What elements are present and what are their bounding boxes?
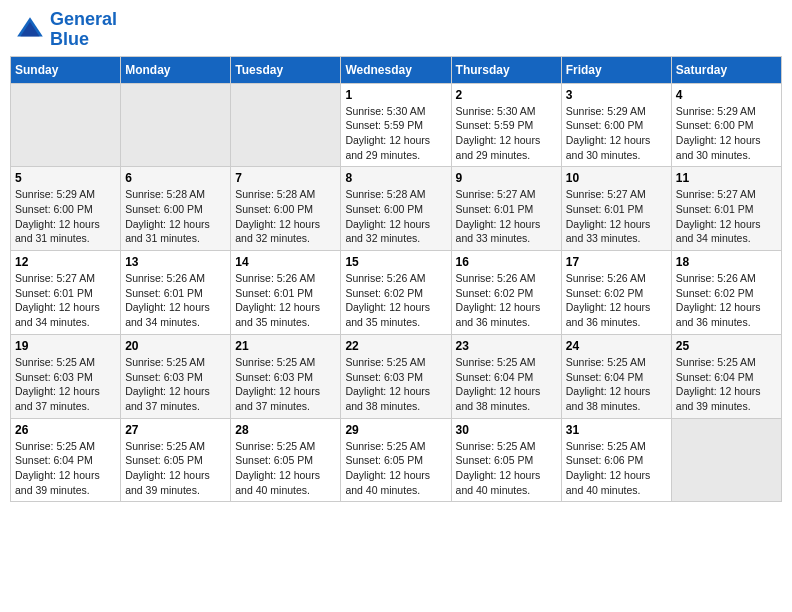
day-cell: 14Sunrise: 5:26 AMSunset: 6:01 PMDayligh…	[231, 251, 341, 335]
day-info: Sunrise: 5:29 AMSunset: 6:00 PMDaylight:…	[566, 104, 667, 163]
day-cell: 9Sunrise: 5:27 AMSunset: 6:01 PMDaylight…	[451, 167, 561, 251]
day-number: 13	[125, 255, 226, 269]
day-number: 21	[235, 339, 336, 353]
day-info: Sunrise: 5:26 AMSunset: 6:02 PMDaylight:…	[566, 271, 667, 330]
day-number: 28	[235, 423, 336, 437]
day-info: Sunrise: 5:29 AMSunset: 6:00 PMDaylight:…	[15, 187, 116, 246]
day-info: Sunrise: 5:25 AMSunset: 6:04 PMDaylight:…	[676, 355, 777, 414]
day-number: 5	[15, 171, 116, 185]
day-info: Sunrise: 5:27 AMSunset: 6:01 PMDaylight:…	[676, 187, 777, 246]
day-cell: 17Sunrise: 5:26 AMSunset: 6:02 PMDayligh…	[561, 251, 671, 335]
day-number: 17	[566, 255, 667, 269]
day-number: 31	[566, 423, 667, 437]
week-row-2: 5Sunrise: 5:29 AMSunset: 6:00 PMDaylight…	[11, 167, 782, 251]
day-info: Sunrise: 5:25 AMSunset: 6:03 PMDaylight:…	[15, 355, 116, 414]
week-row-4: 19Sunrise: 5:25 AMSunset: 6:03 PMDayligh…	[11, 334, 782, 418]
day-info: Sunrise: 5:25 AMSunset: 6:03 PMDaylight:…	[125, 355, 226, 414]
day-number: 15	[345, 255, 446, 269]
day-cell: 28Sunrise: 5:25 AMSunset: 6:05 PMDayligh…	[231, 418, 341, 502]
day-number: 20	[125, 339, 226, 353]
day-cell: 6Sunrise: 5:28 AMSunset: 6:00 PMDaylight…	[121, 167, 231, 251]
col-header-thursday: Thursday	[451, 56, 561, 83]
day-number: 25	[676, 339, 777, 353]
day-cell: 5Sunrise: 5:29 AMSunset: 6:00 PMDaylight…	[11, 167, 121, 251]
day-cell: 1Sunrise: 5:30 AMSunset: 5:59 PMDaylight…	[341, 83, 451, 167]
day-info: Sunrise: 5:28 AMSunset: 6:00 PMDaylight:…	[235, 187, 336, 246]
col-header-friday: Friday	[561, 56, 671, 83]
day-info: Sunrise: 5:27 AMSunset: 6:01 PMDaylight:…	[566, 187, 667, 246]
day-number: 27	[125, 423, 226, 437]
day-number: 30	[456, 423, 557, 437]
day-cell: 15Sunrise: 5:26 AMSunset: 6:02 PMDayligh…	[341, 251, 451, 335]
day-number: 24	[566, 339, 667, 353]
col-header-tuesday: Tuesday	[231, 56, 341, 83]
day-number: 19	[15, 339, 116, 353]
page-header: General Blue	[10, 10, 782, 50]
day-cell	[11, 83, 121, 167]
week-row-3: 12Sunrise: 5:27 AMSunset: 6:01 PMDayligh…	[11, 251, 782, 335]
day-info: Sunrise: 5:25 AMSunset: 6:05 PMDaylight:…	[456, 439, 557, 498]
day-info: Sunrise: 5:25 AMSunset: 6:04 PMDaylight:…	[15, 439, 116, 498]
day-number: 23	[456, 339, 557, 353]
day-number: 29	[345, 423, 446, 437]
day-cell: 11Sunrise: 5:27 AMSunset: 6:01 PMDayligh…	[671, 167, 781, 251]
day-cell: 20Sunrise: 5:25 AMSunset: 6:03 PMDayligh…	[121, 334, 231, 418]
day-cell: 27Sunrise: 5:25 AMSunset: 6:05 PMDayligh…	[121, 418, 231, 502]
day-number: 18	[676, 255, 777, 269]
day-cell: 4Sunrise: 5:29 AMSunset: 6:00 PMDaylight…	[671, 83, 781, 167]
day-info: Sunrise: 5:27 AMSunset: 6:01 PMDaylight:…	[456, 187, 557, 246]
day-info: Sunrise: 5:26 AMSunset: 6:01 PMDaylight:…	[235, 271, 336, 330]
day-number: 3	[566, 88, 667, 102]
day-number: 16	[456, 255, 557, 269]
day-cell: 30Sunrise: 5:25 AMSunset: 6:05 PMDayligh…	[451, 418, 561, 502]
day-cell: 22Sunrise: 5:25 AMSunset: 6:03 PMDayligh…	[341, 334, 451, 418]
day-info: Sunrise: 5:25 AMSunset: 6:05 PMDaylight:…	[125, 439, 226, 498]
day-number: 6	[125, 171, 226, 185]
week-row-1: 1Sunrise: 5:30 AMSunset: 5:59 PMDaylight…	[11, 83, 782, 167]
day-cell: 26Sunrise: 5:25 AMSunset: 6:04 PMDayligh…	[11, 418, 121, 502]
day-cell	[121, 83, 231, 167]
day-number: 10	[566, 171, 667, 185]
day-cell: 2Sunrise: 5:30 AMSunset: 5:59 PMDaylight…	[451, 83, 561, 167]
day-cell: 29Sunrise: 5:25 AMSunset: 6:05 PMDayligh…	[341, 418, 451, 502]
logo-text: General Blue	[50, 10, 117, 50]
day-cell: 3Sunrise: 5:29 AMSunset: 6:00 PMDaylight…	[561, 83, 671, 167]
col-header-wednesday: Wednesday	[341, 56, 451, 83]
day-info: Sunrise: 5:25 AMSunset: 6:06 PMDaylight:…	[566, 439, 667, 498]
day-number: 11	[676, 171, 777, 185]
day-info: Sunrise: 5:26 AMSunset: 6:02 PMDaylight:…	[456, 271, 557, 330]
day-info: Sunrise: 5:26 AMSunset: 6:02 PMDaylight:…	[676, 271, 777, 330]
day-info: Sunrise: 5:25 AMSunset: 6:05 PMDaylight:…	[345, 439, 446, 498]
day-cell: 19Sunrise: 5:25 AMSunset: 6:03 PMDayligh…	[11, 334, 121, 418]
day-cell	[231, 83, 341, 167]
day-info: Sunrise: 5:25 AMSunset: 6:04 PMDaylight:…	[566, 355, 667, 414]
day-info: Sunrise: 5:25 AMSunset: 6:04 PMDaylight:…	[456, 355, 557, 414]
day-cell	[671, 418, 781, 502]
day-cell: 7Sunrise: 5:28 AMSunset: 6:00 PMDaylight…	[231, 167, 341, 251]
col-header-monday: Monday	[121, 56, 231, 83]
day-info: Sunrise: 5:25 AMSunset: 6:03 PMDaylight:…	[345, 355, 446, 414]
day-number: 8	[345, 171, 446, 185]
day-info: Sunrise: 5:27 AMSunset: 6:01 PMDaylight:…	[15, 271, 116, 330]
day-info: Sunrise: 5:30 AMSunset: 5:59 PMDaylight:…	[456, 104, 557, 163]
day-cell: 13Sunrise: 5:26 AMSunset: 6:01 PMDayligh…	[121, 251, 231, 335]
day-cell: 21Sunrise: 5:25 AMSunset: 6:03 PMDayligh…	[231, 334, 341, 418]
day-info: Sunrise: 5:29 AMSunset: 6:00 PMDaylight:…	[676, 104, 777, 163]
day-number: 22	[345, 339, 446, 353]
day-cell: 25Sunrise: 5:25 AMSunset: 6:04 PMDayligh…	[671, 334, 781, 418]
day-cell: 31Sunrise: 5:25 AMSunset: 6:06 PMDayligh…	[561, 418, 671, 502]
day-info: Sunrise: 5:26 AMSunset: 6:01 PMDaylight:…	[125, 271, 226, 330]
day-info: Sunrise: 5:25 AMSunset: 6:05 PMDaylight:…	[235, 439, 336, 498]
day-info: Sunrise: 5:25 AMSunset: 6:03 PMDaylight:…	[235, 355, 336, 414]
day-number: 7	[235, 171, 336, 185]
day-cell: 12Sunrise: 5:27 AMSunset: 6:01 PMDayligh…	[11, 251, 121, 335]
logo-icon	[14, 14, 46, 46]
day-number: 1	[345, 88, 446, 102]
day-cell: 23Sunrise: 5:25 AMSunset: 6:04 PMDayligh…	[451, 334, 561, 418]
day-number: 2	[456, 88, 557, 102]
week-row-5: 26Sunrise: 5:25 AMSunset: 6:04 PMDayligh…	[11, 418, 782, 502]
day-cell: 16Sunrise: 5:26 AMSunset: 6:02 PMDayligh…	[451, 251, 561, 335]
day-number: 14	[235, 255, 336, 269]
logo: General Blue	[14, 10, 117, 50]
day-number: 9	[456, 171, 557, 185]
